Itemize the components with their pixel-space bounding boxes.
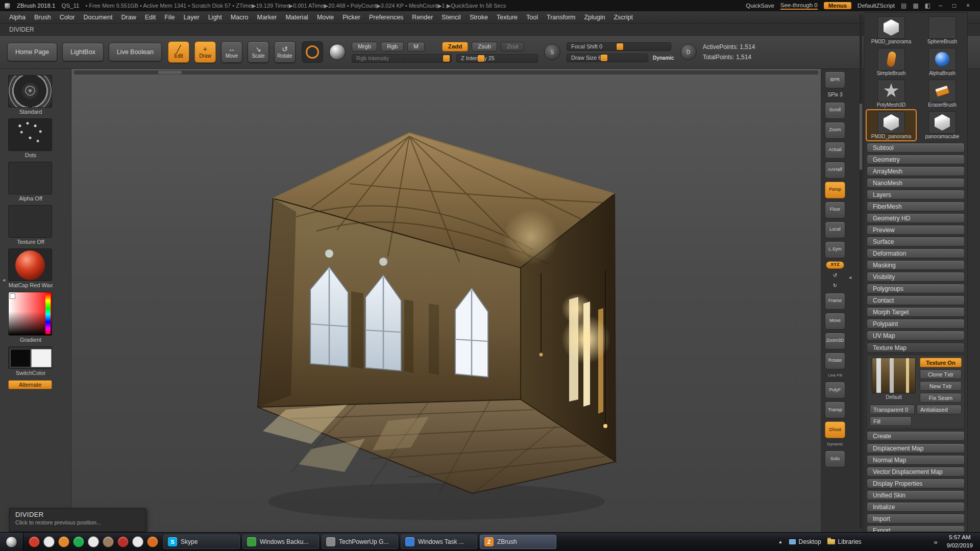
- paint-mode-button[interactable]: Rgb: [381, 42, 404, 52]
- tool-section-button[interactable]: Export: [867, 525, 965, 532]
- right-toolbar-button[interactable]: L.Sym: [825, 241, 845, 258]
- tool-section-button[interactable]: NanoMesh: [867, 178, 965, 188]
- sculpt-mode-button[interactable]: Zcut: [501, 42, 524, 52]
- tool-panel-scrollbar[interactable]: [860, 14, 862, 528]
- transparent-slider[interactable]: Transparent 0: [870, 405, 915, 414]
- right-toolbar-button[interactable]: SPix 3: [825, 91, 845, 99]
- viewport-canvas[interactable]: [71, 69, 821, 532]
- menu-item[interactable]: Brush: [30, 12, 55, 22]
- tool-section-button[interactable]: Import: [867, 514, 965, 523]
- menu-item[interactable]: Stroke: [465, 12, 492, 22]
- right-toolbar-button[interactable]: ↺: [825, 272, 845, 280]
- transform-mode-button[interactable]: ↺ Rotate: [274, 41, 296, 63]
- taskbar-app-icon[interactable]: [147, 536, 158, 547]
- fix-seam-button[interactable]: Fix Seam: [920, 393, 962, 403]
- tool-section-button[interactable]: Layers: [867, 190, 965, 199]
- texture-on-button[interactable]: Texture On: [920, 358, 962, 367]
- menu-item[interactable]: Picker: [338, 12, 364, 22]
- taskbar-app-icon[interactable]: [73, 536, 84, 547]
- tool-section-button[interactable]: FiberMesh: [867, 202, 965, 211]
- menu-item[interactable]: Movie: [313, 12, 338, 22]
- tray-item[interactable]: Alpha Off: [8, 162, 53, 202]
- menu-item[interactable]: Draw: [117, 12, 140, 22]
- grid-layout-icon[interactable]: ▦: [913, 3, 918, 9]
- tray-item[interactable]: MatCap Red Wax: [8, 248, 53, 288]
- right-toolbar-button[interactable]: Dynamic: [825, 441, 845, 447]
- transform-mode-button[interactable]: ↘ Scale: [248, 41, 269, 63]
- minimize-button[interactable]: –: [937, 3, 944, 9]
- create-section-button[interactable]: Create: [867, 431, 965, 441]
- tray-divider-arrow-icon[interactable]: ◄: [2, 278, 6, 283]
- right-toolbar-button[interactable]: AAHalf: [825, 162, 845, 179]
- menu-item[interactable]: Transform: [543, 12, 580, 22]
- tray-thumbnail[interactable]: [8, 205, 52, 238]
- taskbar-app-icon[interactable]: [58, 536, 69, 547]
- taskbar-window-button[interactable]: Windows Task ...: [401, 535, 477, 549]
- tray-item[interactable]: Texture Off: [8, 205, 53, 245]
- desktop-toolbar[interactable]: Desktop: [789, 538, 821, 545]
- tool-section-button[interactable]: Visibility: [867, 272, 965, 282]
- transform-mode-button[interactable]: ╱ Edit: [168, 41, 189, 63]
- alternate-button[interactable]: Alternate: [8, 380, 52, 389]
- material-sphere-icon[interactable]: [329, 44, 346, 60]
- shelf-nav-button[interactable]: Live Boolean: [109, 43, 162, 61]
- tool-section-button[interactable]: Unified Skin: [867, 490, 965, 500]
- tray-item[interactable]: SwitchColor: [8, 346, 53, 376]
- shelf-nav-button[interactable]: LightBox: [62, 43, 104, 61]
- tool-section-button[interactable]: Display Properties: [867, 479, 965, 488]
- hidden-icons-arrow[interactable]: ▲: [778, 539, 783, 544]
- tool-section-button[interactable]: UV Map: [867, 331, 965, 340]
- menu-item[interactable]: Render: [408, 12, 437, 22]
- paint-mode-button[interactable]: Mrgb: [352, 42, 377, 52]
- tool-section-button[interactable]: Polygroups: [867, 284, 965, 293]
- taskbar-clock[interactable]: 5:57 AM 9/02/2019: [944, 534, 976, 549]
- tool-thumbnail-item[interactable]: SphereBrush: [918, 15, 967, 45]
- right-toolbar-button[interactable]: Ghost: [825, 421, 845, 438]
- panorama-cube[interactable]: [71, 69, 821, 532]
- tray-thumbnail[interactable]: [8, 118, 52, 151]
- right-toolbar-button[interactable]: PolyF: [825, 382, 845, 398]
- default-zscript-button[interactable]: DefaultZScript: [857, 3, 895, 9]
- menu-item[interactable]: Marker: [253, 12, 281, 22]
- rgb-intensity-slider[interactable]: Rgb Intensity: [352, 54, 452, 63]
- menu-item[interactable]: Stencil: [437, 12, 465, 22]
- right-toolbar-button[interactable]: Persp: [825, 182, 845, 198]
- tray-thumbnail[interactable]: [8, 248, 52, 281]
- sculpt-mode-button[interactable]: Zsub: [472, 42, 497, 52]
- tool-section-button[interactable]: Displacement Map: [867, 443, 965, 453]
- maximize-button[interactable]: □: [950, 3, 958, 9]
- see-through-slider[interactable]: See-through 0: [780, 2, 818, 10]
- tool-section-button[interactable]: Subtool: [867, 143, 965, 153]
- focal-dial-icon[interactable]: S: [544, 44, 560, 60]
- quicksave-button[interactable]: QuickSave: [746, 3, 774, 9]
- new-texture-button[interactable]: New Txtr: [920, 381, 962, 391]
- tool-thumbnail[interactable]: [877, 16, 905, 39]
- tray-thumbnail[interactable]: [8, 346, 52, 369]
- tray-item[interactable]: Gradient: [8, 292, 53, 343]
- divider-palette-header[interactable]: DIVIDER: [0, 24, 980, 36]
- libraries-toolbar[interactable]: Libraries: [827, 538, 862, 545]
- right-toolbar-button[interactable]: Zoom: [825, 122, 845, 139]
- taskbar-app-icon[interactable]: [29, 536, 40, 547]
- right-toolbar-button[interactable]: Transp: [825, 402, 845, 418]
- menu-item[interactable]: Zplugin: [580, 12, 609, 22]
- right-toolbar-button[interactable]: Move: [825, 313, 845, 330]
- tool-thumbnail[interactable]: [928, 16, 956, 39]
- tool-thumbnail-item[interactable]: SimpleBrush: [867, 47, 916, 77]
- menu-item[interactable]: Light: [204, 12, 226, 22]
- tool-section-button[interactable]: Polypaint: [867, 319, 965, 329]
- paint-mode-button[interactable]: M: [407, 42, 425, 52]
- tool-section-button[interactable]: Contact: [867, 295, 965, 305]
- texture-map-header[interactable]: Texture Map: [867, 343, 965, 353]
- tool-thumbnail[interactable]: [877, 111, 905, 134]
- fill-button[interactable]: Fill: [870, 416, 912, 426]
- tray-item[interactable]: Standard: [8, 75, 53, 115]
- menu-item[interactable]: Texture: [493, 12, 522, 22]
- tool-thumbnail-item[interactable]: AlphaBrush: [918, 47, 967, 77]
- tool-section-button[interactable]: Preview: [867, 225, 965, 235]
- menu-item[interactable]: Color: [56, 12, 79, 22]
- tool-thumbnail-item[interactable]: PM3D_panorama: [867, 110, 916, 140]
- tool-thumbnail[interactable]: [877, 48, 905, 70]
- transform-mode-button[interactable]: + Draw: [194, 41, 216, 63]
- menu-item[interactable]: Preferences: [365, 12, 407, 22]
